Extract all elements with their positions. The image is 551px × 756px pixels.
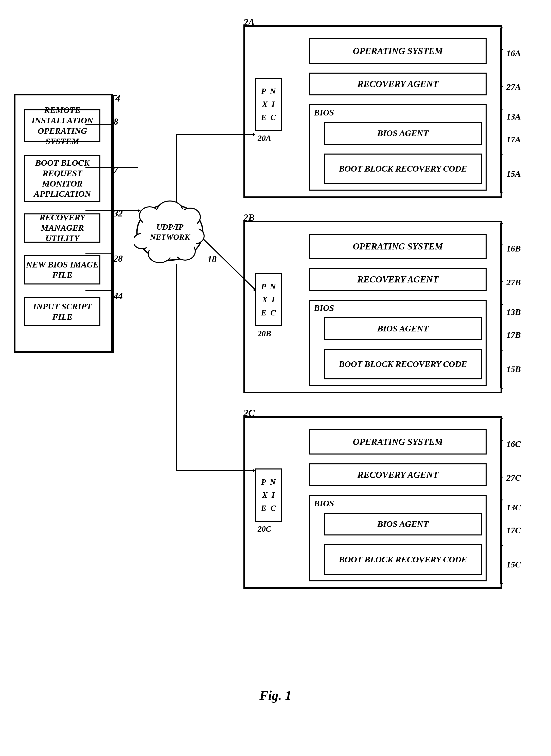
ref-15b: 15B — [506, 364, 521, 374]
ref-16b: 16B — [506, 244, 521, 254]
svg-text:UDP/IP: UDP/IP — [156, 222, 183, 231]
cc-recovery: RECOVERY AGENT — [309, 463, 487, 486]
ca-bios-outer: BIOS BIOS AGENT BOOT BLOCK RECOVERY CODE — [309, 104, 487, 191]
pxe-a: P N X I E C — [255, 78, 282, 131]
pxe-c: P N X I E C — [255, 469, 282, 522]
ref-44: 44 — [114, 291, 123, 301]
ref-17b: 17B — [506, 330, 521, 340]
box-bootblock-monitor: BOOT BLOCK REQUEST MONITOR APPLICATION — [24, 155, 100, 202]
ref-32: 32 — [114, 208, 123, 219]
cc-bios-outer: BIOS BIOS AGENT BOOT BLOCK RECOVERY CODE — [309, 495, 487, 581]
cb-os: OPERATING SYSTEM — [309, 234, 487, 259]
ref-18: 18 — [207, 254, 216, 264]
box-recovery-mgr: RECOVERY MANAGER UTILITY — [24, 213, 100, 243]
cc-bootblock: BOOT BLOCK RECOVERY CODE — [324, 544, 482, 575]
ref-20b: 20B — [257, 329, 271, 338]
cb-bios-outer: BIOS BIOS AGENT BOOT BLOCK RECOVERY CODE — [309, 300, 487, 386]
ref-16a: 16A — [506, 48, 521, 58]
label-2c: 2C — [243, 407, 254, 419]
label-2a: 2A — [243, 16, 254, 28]
label-2b: 2B — [243, 212, 254, 223]
ca-bios-agent: BIOS AGENT — [324, 122, 482, 145]
box-remote-os: REMOTE INSTALLATION OPERATING SYSTEM — [24, 109, 100, 143]
ref-27a: 27A — [506, 82, 521, 92]
figure-caption: Fig. 1 — [259, 688, 292, 703]
box-new-bios: NEW BIOS IMAGE FILE — [24, 255, 100, 284]
ref-28: 28 — [114, 253, 123, 264]
ref-17c: 17C — [506, 526, 521, 535]
ref-7: 7 — [114, 165, 118, 175]
ref-20a: 20A — [257, 134, 271, 143]
ca-bios-label: BIOS — [314, 108, 334, 117]
ca-os: OPERATING SYSTEM — [309, 38, 487, 64]
client-b: P N X I E C 20B OPERATING SYSTEM RECOVER… — [243, 221, 502, 393]
cc-bios-label: BIOS — [314, 499, 334, 508]
svg-point-48 — [141, 207, 199, 258]
cc-bios-agent: BIOS AGENT — [324, 513, 482, 535]
box-input-script: INPUT SCRIPT FILE — [24, 297, 100, 326]
cb-recovery: RECOVERY AGENT — [309, 268, 487, 291]
ref-20c: 20C — [257, 524, 271, 534]
pxe-b: P N X I E C — [255, 273, 282, 326]
diagram: REMOTE INSTALLATION OPERATING SYSTEM BOO… — [0, 0, 551, 723]
ca-bootblock: BOOT BLOCK RECOVERY CODE — [324, 154, 482, 184]
cb-bios-agent: BIOS AGENT — [324, 317, 482, 340]
svg-text:NETWORK: NETWORK — [150, 232, 191, 242]
ref-13c: 13C — [506, 503, 521, 512]
ref-16c: 16C — [506, 439, 521, 449]
cb-bios-label: BIOS — [314, 303, 334, 313]
ca-recovery: RECOVERY AGENT — [309, 72, 487, 95]
ref-8: 8 — [114, 116, 118, 127]
ref-15c: 15C — [506, 560, 521, 569]
ref-27b: 27B — [506, 278, 521, 287]
ref-13a: 13A — [506, 112, 521, 121]
label-4: 4 — [115, 93, 120, 104]
client-a: P N X I E C 20A OPERATING SYSTEM RECOVER… — [243, 25, 502, 198]
ref-13b: 13B — [506, 307, 521, 317]
network-cloud: UDP/IP NETWORK — [134, 201, 205, 264]
ref-17a: 17A — [506, 135, 521, 145]
cb-bootblock: BOOT BLOCK RECOVERY CODE — [324, 349, 482, 380]
left-server: REMOTE INSTALLATION OPERATING SYSTEM BOO… — [14, 94, 113, 353]
ref-27c: 27C — [506, 473, 521, 483]
cc-os: OPERATING SYSTEM — [309, 429, 487, 455]
ref-15a: 15A — [506, 169, 521, 179]
client-c: P N X I E C 20C OPERATING SYSTEM RECOVER… — [243, 416, 502, 589]
